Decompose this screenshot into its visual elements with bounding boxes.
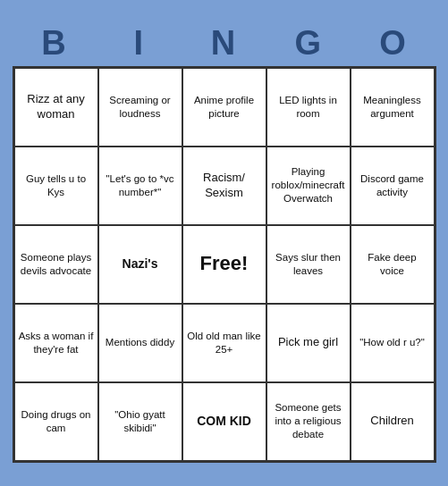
- bingo-cell-3[interactable]: LED lights in room: [266, 68, 351, 147]
- bingo-cell-13[interactable]: Says slur then leaves: [266, 225, 351, 304]
- bingo-cell-21[interactable]: "Ohio gyatt skibidi": [98, 382, 182, 461]
- bingo-cell-17[interactable]: Old old man like 25+: [182, 304, 266, 382]
- bingo-card: B I N G O Rizz at any womanScreaming or …: [5, 17, 444, 470]
- bingo-cell-9[interactable]: Discord game activity: [351, 147, 435, 225]
- bingo-cell-4[interactable]: Meaningless argument: [351, 68, 435, 147]
- bingo-cell-6[interactable]: "Let's go to *vc number*": [98, 147, 182, 225]
- bingo-cell-22[interactable]: COM KID: [182, 382, 266, 461]
- bingo-cell-1[interactable]: Screaming or loudness: [98, 68, 182, 147]
- bingo-cell-19[interactable]: "How old r u?": [351, 304, 435, 382]
- bingo-cell-11[interactable]: Nazi's: [98, 225, 182, 304]
- letter-n: N: [184, 24, 263, 63]
- letter-i: I: [100, 24, 179, 63]
- bingo-cell-16[interactable]: Mentions diddy: [98, 304, 182, 382]
- bingo-cell-20[interactable]: Doing drugs on cam: [14, 382, 98, 461]
- bingo-grid: Rizz at any womanScreaming or loudnessAn…: [13, 66, 436, 463]
- bingo-cell-14[interactable]: Fake deep voice: [351, 225, 435, 304]
- bingo-cell-8[interactable]: Playing roblox/minecraft Overwatch: [266, 147, 351, 225]
- bingo-cell-12[interactable]: Free!: [182, 225, 266, 304]
- bingo-cell-5[interactable]: Guy tells u to Kys: [14, 147, 98, 225]
- bingo-cell-15[interactable]: Asks a woman if they're fat: [14, 304, 98, 382]
- letter-o: O: [354, 24, 433, 63]
- bingo-cell-18[interactable]: Pick me girl: [266, 304, 351, 382]
- bingo-header: B I N G O: [13, 24, 436, 63]
- bingo-cell-0[interactable]: Rizz at any woman: [14, 68, 98, 147]
- letter-b: B: [15, 24, 94, 63]
- bingo-cell-7[interactable]: Racism/ Sexism: [182, 147, 266, 225]
- bingo-cell-2[interactable]: Anime profile picture: [182, 68, 266, 147]
- bingo-cell-23[interactable]: Someone gets into a religious debate: [266, 382, 351, 461]
- bingo-cell-24[interactable]: Children: [351, 382, 435, 461]
- bingo-cell-10[interactable]: Someone plays devils advocate: [14, 225, 98, 304]
- letter-g: G: [269, 24, 348, 63]
